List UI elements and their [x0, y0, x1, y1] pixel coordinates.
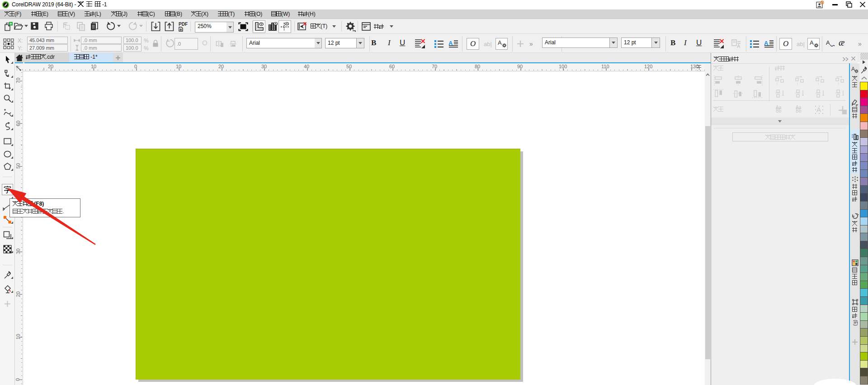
svg-text:A: A: [737, 43, 741, 49]
svg-text:A: A: [816, 106, 821, 113]
svg-text:A: A: [851, 66, 855, 72]
